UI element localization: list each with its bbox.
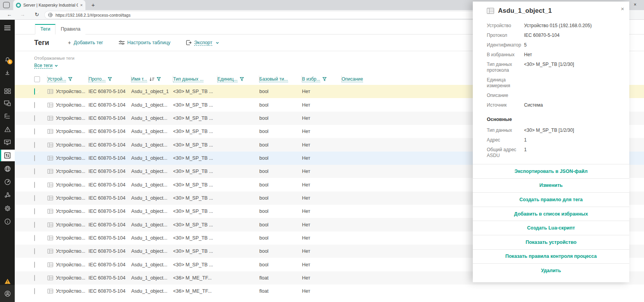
forward-button[interactable]: →: [19, 11, 26, 19]
account-icon: [4, 290, 11, 297]
monitoring-gauge-icon[interactable]: [0, 176, 15, 188]
filter-icon[interactable]: [323, 77, 326, 81]
row-checkbox[interactable]: [34, 142, 35, 148]
row-checkbox[interactable]: [34, 235, 35, 241]
panel-title: Asdu_1_object_1: [498, 7, 552, 14]
settings-gear-icon[interactable]: [0, 202, 15, 214]
tab-actions-icon[interactable]: [3, 2, 10, 8]
account-section[interactable]: [0, 285, 15, 302]
filter-icon[interactable]: [108, 77, 112, 81]
field-label: Источник: [487, 102, 524, 108]
filter-icon[interactable]: [68, 77, 72, 81]
row-checkbox[interactable]: [34, 102, 35, 108]
row-checkbox[interactable]: [34, 168, 35, 174]
panel-section-fields: Тип данных <30> M_SP_TB [1/2/30] Адрес 1…: [487, 128, 629, 159]
export-icon: [186, 40, 191, 45]
tab-tags[interactable]: Теги: [35, 24, 56, 35]
filter-icon[interactable]: [157, 77, 161, 81]
tags-icon[interactable]: [0, 150, 15, 161]
panel-close-icon[interactable]: ×: [621, 5, 624, 12]
column-header[interactable]: В избр...: [302, 73, 342, 85]
sort-icon[interactable]: [149, 77, 154, 81]
hmi-monitor-icon[interactable]: [0, 136, 15, 148]
configure-table-button[interactable]: Настроить таблицу: [119, 40, 170, 45]
row-checkbox[interactable]: [34, 128, 35, 135]
process-tree-icon[interactable]: [0, 110, 15, 122]
network-map-globe-icon[interactable]: [0, 163, 15, 174]
cell-device: Устройство...: [56, 129, 85, 134]
panel-action-button[interactable]: Показать устройство: [473, 235, 629, 249]
site-info-icon[interactable]: [48, 13, 52, 17]
row-checkbox[interactable]: [34, 155, 35, 161]
notifications-badge: 1: [7, 59, 12, 64]
panel-field: Единица измерения: [487, 77, 629, 89]
menu-icon[interactable]: [0, 22, 15, 34]
cell-protocol: IEC 60870-5-104: [89, 209, 131, 214]
cell-device: Устройство...: [56, 195, 85, 201]
url-text: https://192.168.2.1/#/process-control/ta…: [56, 13, 130, 17]
panel-action-button[interactable]: Создать Lua-скрипт: [473, 221, 629, 235]
column-header[interactable]: Единиц...: [217, 73, 259, 85]
tab-rules[interactable]: Правила: [56, 24, 85, 35]
column-header[interactable]: Прото...: [89, 73, 131, 85]
cell-protocol: IEC 60870-5-104: [89, 288, 131, 294]
panel-action-button[interactable]: Экспортировать в JSON-файл: [473, 164, 629, 178]
url-input[interactable]: https://192.168.2.1/#/process-control/ta…: [45, 11, 546, 19]
cell-device: Устройство...: [56, 89, 85, 94]
panel-action-button[interactable]: Удалить: [473, 263, 629, 278]
panel-action-button[interactable]: Добавить в список избранных: [473, 207, 629, 221]
column-header[interactable]: Базовый ти...: [259, 73, 302, 85]
cell-tag-name: Asdu_1_object...: [131, 275, 173, 281]
add-tag-button[interactable]: + Добавить тег: [68, 40, 103, 46]
row-checkbox[interactable]: [34, 182, 35, 188]
panel-action-button[interactable]: Показать правила контроля процесса: [473, 249, 629, 264]
app-sidebar: 1: [0, 20, 15, 302]
tab-close-icon[interactable]: ×: [80, 3, 83, 7]
row-checkbox[interactable]: [34, 275, 35, 281]
downloads-icon[interactable]: [0, 67, 15, 79]
dashboard-icon[interactable]: [0, 85, 15, 97]
cell-device: Устройство...: [56, 102, 85, 108]
field-label: Единица измерения: [487, 77, 524, 89]
table-row[interactable]: Устройство... IEC 60870-5-104 Asdu_1_obj…: [15, 285, 644, 298]
cell-tag-name: Asdu_1_object_1: [131, 89, 173, 94]
about-info-icon[interactable]: [0, 216, 15, 227]
panel-action-button[interactable]: Изменить: [473, 178, 629, 193]
cell-base-type: bool: [259, 116, 302, 121]
alerts-triangle-icon[interactable]: [0, 123, 15, 135]
back-button[interactable]: ←: [5, 11, 13, 19]
row-checkbox[interactable]: [34, 248, 35, 254]
panel-field: В избранных Нет: [487, 52, 629, 58]
notifications-bell-icon[interactable]: 1: [0, 54, 15, 66]
row-checkbox[interactable]: [34, 195, 35, 201]
cell-tag-name: Asdu_1_object...: [131, 262, 173, 267]
topology-nodes-icon[interactable]: [0, 189, 15, 201]
new-tab-button[interactable]: +: [89, 1, 97, 9]
device-tag-icon: [47, 262, 53, 267]
field-label: Общий адрес ASDU: [487, 147, 524, 159]
filter-icon[interactable]: [240, 77, 244, 81]
panel-action-button[interactable]: Создать правило для тега: [473, 192, 629, 207]
refresh-button[interactable]: ↻: [33, 11, 41, 19]
row-checkbox[interactable]: [34, 115, 35, 121]
device-tag-icon: [47, 116, 53, 121]
devices-icon[interactable]: [0, 97, 15, 109]
row-checkbox[interactable]: [34, 222, 35, 228]
column-header[interactable]: Имя т...: [131, 73, 173, 85]
select-all-checkbox[interactable]: [34, 76, 40, 82]
row-checkbox[interactable]: [34, 208, 35, 214]
cell-base-type: bool: [259, 169, 302, 174]
cell-tag-name: Asdu_1_object...: [131, 249, 173, 254]
cell-protocol: IEC 60870-5-104: [89, 89, 131, 94]
tags-filter-dropdown[interactable]: Все теги: [34, 63, 58, 69]
row-checkbox[interactable]: [34, 262, 35, 268]
cell-device: Устройство...: [56, 222, 85, 228]
cell-base-type: bool: [259, 195, 302, 201]
row-checkbox[interactable]: [34, 88, 35, 95]
cell-base-type: bool: [259, 102, 302, 108]
column-header[interactable]: Тип данных ...: [173, 73, 217, 85]
export-button[interactable]: Экспорт: [186, 40, 219, 46]
column-header[interactable]: Устрой...: [47, 73, 89, 85]
row-checkbox[interactable]: [34, 288, 35, 294]
browser-tab[interactable]: Server | Kaspersky Industrial Cyb... ×: [13, 0, 85, 10]
